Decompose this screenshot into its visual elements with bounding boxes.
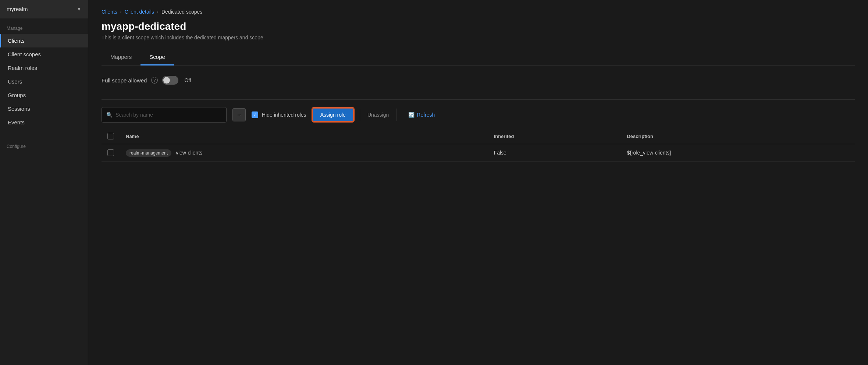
row-checkbox-cell [102,144,120,162]
sidebar-item-clients[interactable]: Clients [0,34,88,47]
sidebar-item-events[interactable]: Events [0,116,88,129]
configure-section-label: Configure [0,137,88,152]
table-header-row: Name Inherited Description [102,128,855,144]
row-inherited-cell: False [488,144,621,162]
toggle-off-label: Off [184,77,191,83]
breadcrumb-client-details[interactable]: Client details [125,9,154,15]
unassign-button[interactable]: Unassign [360,109,396,121]
section-divider [102,99,855,100]
header-checkbox-cell [102,128,120,144]
chevron-down-icon: ▼ [77,7,81,12]
select-all-checkbox[interactable] [107,133,114,139]
full-scope-toggle[interactable] [162,76,178,85]
realm-selector[interactable]: myrealm ▼ [0,0,88,18]
hide-inherited-label: Hide inherited roles [262,112,306,118]
tab-mappers[interactable]: Mappers [102,49,140,65]
search-box: 🔍 [102,107,227,123]
toolbar-row: 🔍 → ✓ Hide inherited roles Assign role U… [102,107,855,123]
breadcrumb-sep-1: › [120,9,122,14]
scope-section: Full scope allowed ? Off [102,76,855,85]
roles-table: Name Inherited Description realm-managem… [102,128,855,162]
realm-name: myrealm [7,6,28,12]
row-description-cell: ${role_view-clients} [621,144,855,162]
row-name-cell: realm-management view-clients [120,144,488,162]
header-inherited: Inherited [488,128,621,144]
role-badge: realm-management [126,149,171,157]
tab-scope[interactable]: Scope [140,49,174,65]
breadcrumb-sep-2: › [157,9,159,14]
sidebar-item-client-scopes[interactable]: Client scopes [0,47,88,61]
assign-role-button[interactable]: Assign role [312,108,354,122]
search-submit-button[interactable]: → [232,108,246,121]
page-title: myapp-dedicated [102,21,855,32]
main-content: Clients › Client details › Dedicated sco… [88,0,868,365]
sidebar: myrealm ▼ Manage Clients Client scopes R… [0,0,88,365]
help-icon[interactable]: ? [151,77,158,84]
tabs-container: Mappers Scope [102,49,855,65]
sidebar-item-users[interactable]: Users [0,75,88,88]
role-name: view-clients [176,150,202,156]
breadcrumb: Clients › Client details › Dedicated sco… [102,9,855,15]
hide-inherited-row: ✓ Hide inherited roles [252,111,306,118]
refresh-icon: 🔄 [408,112,415,118]
search-icon: 🔍 [106,112,113,118]
search-input[interactable] [115,112,222,118]
sidebar-item-realm-roles[interactable]: Realm roles [0,61,88,75]
page-subtitle: This is a client scope which includes th… [102,35,855,40]
sidebar-item-groups[interactable]: Groups [0,88,88,102]
header-name: Name [120,128,488,144]
refresh-button[interactable]: 🔄 Refresh [402,109,441,121]
breadcrumb-dedicated-scopes: Dedicated scopes [161,9,202,15]
sidebar-item-sessions[interactable]: Sessions [0,102,88,116]
header-description: Description [621,128,855,144]
manage-section-label: Manage [0,18,88,34]
row-checkbox[interactable] [107,149,114,156]
full-scope-label: Full scope allowed [102,77,147,84]
toggle-slider [162,76,178,85]
hide-inherited-checkbox[interactable]: ✓ [252,111,258,118]
breadcrumb-clients[interactable]: Clients [102,9,117,15]
table-row: realm-management view-clients False ${ro… [102,144,855,162]
